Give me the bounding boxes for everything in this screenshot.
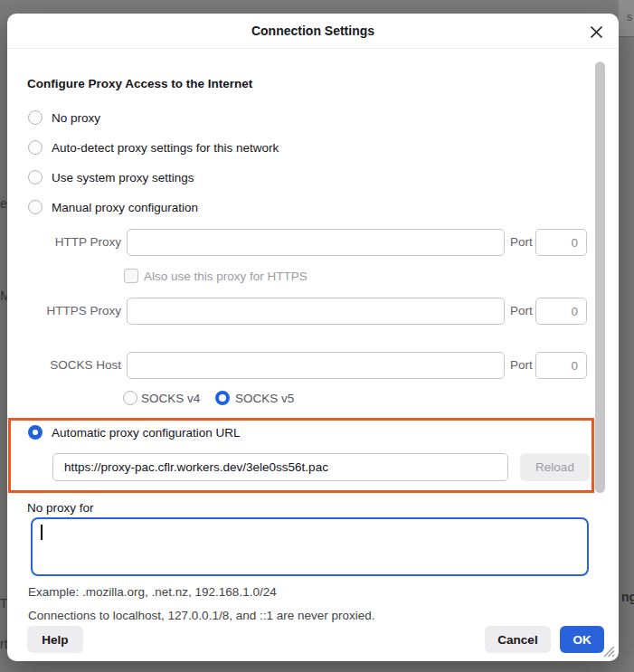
socks-host-input[interactable] bbox=[127, 352, 505, 379]
dialog-title: Connection Settings bbox=[7, 24, 619, 38]
auto-url-input[interactable] bbox=[52, 453, 508, 481]
radio-no-proxy-label[interactable]: No proxy bbox=[52, 111, 100, 125]
radio-manual-proxy-label[interactable]: Manual proxy configuration bbox=[52, 201, 198, 214]
radio-auto-detect-label[interactable]: Auto-detect proxy settings for this netw… bbox=[52, 141, 279, 155]
close-button[interactable] bbox=[584, 20, 608, 43]
cancel-button[interactable]: Cancel bbox=[485, 626, 551, 653]
https-proxy-label: HTTPS Proxy bbox=[7, 304, 121, 317]
radio-system-proxy[interactable] bbox=[28, 170, 43, 185]
http-port-label: Port bbox=[510, 235, 533, 249]
close-icon bbox=[590, 25, 603, 39]
resize-grip-icon bbox=[601, 643, 615, 658]
radio-socks-v4-label[interactable]: SOCKS v4 bbox=[141, 392, 200, 405]
radio-no-proxy[interactable] bbox=[28, 110, 43, 125]
radio-socks-v4[interactable] bbox=[123, 391, 137, 405]
never-proxied-text: Connections to localhost, 127.0.0.1/8, a… bbox=[28, 609, 375, 622]
socks-port-input[interactable] bbox=[535, 352, 587, 379]
radio-manual-proxy[interactable] bbox=[28, 200, 43, 214]
socks-host-label: SOCKS Host bbox=[7, 358, 121, 372]
no-proxy-for-field[interactable] bbox=[31, 517, 589, 576]
section-heading: Configure Proxy Access to the Internet bbox=[27, 77, 252, 90]
https-port-input[interactable] bbox=[535, 298, 587, 325]
radio-socks-v5-label[interactable]: SOCKS v5 bbox=[235, 392, 294, 405]
no-proxy-for-label: No proxy for bbox=[27, 501, 94, 515]
use-proxy-for-https-checkbox[interactable] bbox=[124, 269, 138, 283]
connection-settings-dialog: Connection Settings Configure Proxy Acce… bbox=[7, 14, 619, 661]
http-port-input[interactable] bbox=[535, 229, 587, 256]
help-button[interactable]: Help bbox=[27, 626, 83, 653]
reload-button[interactable]: Reload bbox=[520, 453, 590, 481]
ok-button[interactable]: OK bbox=[560, 626, 604, 653]
example-text: Example: .mozilla.org, .net.nz, 192.168.… bbox=[28, 585, 277, 599]
scrollbar-thumb[interactable] bbox=[595, 62, 605, 493]
socks-port-label: Port bbox=[510, 358, 533, 372]
https-port-label: Port bbox=[510, 304, 533, 317]
radio-socks-v5[interactable] bbox=[215, 391, 230, 405]
radio-system-proxy-label[interactable]: Use system proxy settings bbox=[52, 171, 194, 185]
background-text-fragment: s bbox=[627, 11, 632, 24]
radio-auto-url[interactable] bbox=[28, 425, 43, 440]
https-proxy-input[interactable] bbox=[127, 298, 505, 325]
radio-auto-detect[interactable] bbox=[28, 140, 43, 155]
resize-grip[interactable] bbox=[601, 643, 615, 658]
http-proxy-label: HTTP Proxy bbox=[7, 235, 121, 249]
no-proxy-for-textarea[interactable] bbox=[33, 519, 587, 574]
text-cursor bbox=[41, 525, 43, 540]
http-proxy-input[interactable] bbox=[127, 229, 505, 256]
use-proxy-for-https-label[interactable]: Also use this proxy for HTTPS bbox=[144, 270, 308, 283]
radio-auto-url-label[interactable]: Automatic proxy configuration URL bbox=[52, 426, 241, 440]
background-text-fragment: ng bbox=[621, 590, 634, 604]
dialog-header: Connection Settings bbox=[7, 14, 619, 49]
